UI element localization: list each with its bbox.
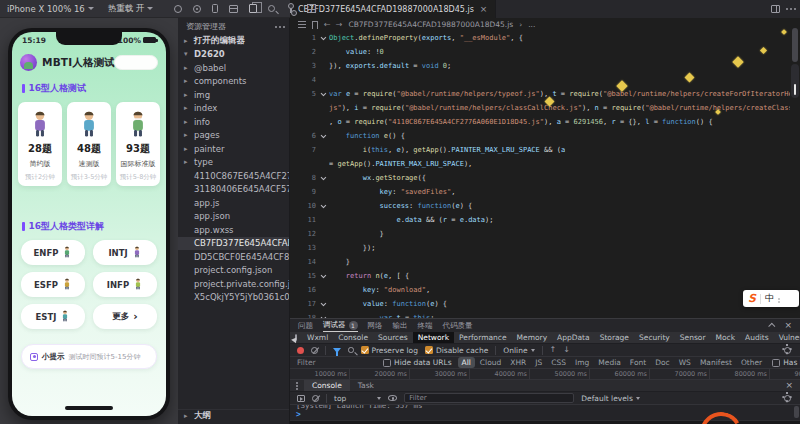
console-scrollbar[interactable] [794,406,799,418]
code-line[interactable]: 4 [290,73,790,87]
code-line[interactable]: 5var e = require("@babel/runtime/helpers… [290,87,790,101]
fold-chevron-icon[interactable] [316,311,329,318]
hot-reload-toggle[interactable]: 热重载 开 [101,0,161,17]
fold-chevron-icon[interactable] [316,297,329,311]
code-line[interactable]: 9 key: "savedFiles", [290,185,790,199]
code-line[interactable]: = getApp().PAINTER_MAX_LRU_SPACE), [290,157,790,171]
panel-tab[interactable]: 代码质量 [443,319,473,332]
outline-section[interactable]: ▸ 大纲 [178,409,289,423]
tree-file[interactable]: X5cQkjY5Y5jYb0361c0... [178,291,289,305]
panel-tab[interactable]: 网络 [368,319,383,332]
code-line[interactable]: 18 var t = this; [290,311,790,318]
devtools-tab-storage[interactable]: Storage [595,332,634,343]
code-line[interactable]: 1Object.defineProperty(exports, "__esMod… [290,31,790,45]
scrollbar-thumb[interactable] [792,28,798,62]
close-drawer-icon[interactable]: × [785,381,793,390]
tree-file[interactable]: CB7FD377E645A4CFAD... [178,237,289,251]
tree-folder[interactable]: ▸components [178,75,289,89]
project-root[interactable]: ▾D2620 [178,48,289,62]
import-har-icon[interactable]: ↑ [550,346,557,354]
inspect-element-icon[interactable] [295,334,297,341]
tree-folder[interactable]: ▸@babel [178,61,289,75]
tree-file[interactable]: app.js [178,196,289,210]
open-editors-section[interactable]: ▸打开的编辑器 [178,34,289,48]
split-editor-icon[interactable] [771,5,780,13]
fold-chevron-icon[interactable] [316,269,329,283]
devtools-tab-console[interactable]: Console [333,332,373,343]
live-expression-icon[interactable] [388,395,397,401]
request-type-pill-cloud[interactable]: Cloud [476,357,505,368]
code-line[interactable]: 11 e.data && (r = e.data); [290,213,790,227]
drawer-tab-console[interactable]: Console [304,380,350,391]
tree-folder[interactable]: ▸painter [178,142,289,156]
nav-forward-icon[interactable]: → [336,20,343,29]
code-line[interactable]: 17 value: function(e) { [290,297,790,311]
request-type-pill-other[interactable]: Other [737,357,766,368]
test-card[interactable]: 48题速测版预计3-5分钟 [67,102,111,186]
devtools-tab-memory[interactable]: Memory [512,332,553,343]
drawer-more-icon[interactable] [296,385,298,387]
test-card[interactable]: 28题简约版预计2分钟 [18,102,62,186]
tree-file[interactable]: app.wxss [178,223,289,237]
extensions-icon[interactable] [307,4,316,13]
devtools-tab-security[interactable]: Security [634,332,675,343]
network-filter-input[interactable] [297,358,377,367]
console-context-icon[interactable] [297,395,305,402]
devtools-tab-mock[interactable]: Mock [711,332,741,343]
editor-scrollbar[interactable] [790,18,800,318]
record-screen-icon[interactable] [193,5,201,13]
code-line[interactable]: 2 value: !0 [290,45,790,59]
avatar[interactable] [20,54,37,71]
code-line[interactable]: 14 } [290,255,790,269]
code-line[interactable]: 16 key: "download", [290,283,790,297]
breadcrumb-more[interactable]: ... [528,20,535,29]
clear-network-icon[interactable] [311,347,318,354]
request-type-pill-manifest[interactable]: Manifest [696,357,736,368]
nav-back-icon[interactable]: ← [324,20,331,29]
device-frame-icon[interactable] [212,4,218,13]
tree-folder[interactable]: ▸pages [178,129,289,143]
tree-file[interactable]: project.config.json [178,264,289,278]
type-button-estj[interactable]: ESTJ [21,304,85,329]
request-type-pill-xhr[interactable]: XHR [506,357,530,368]
close-icon[interactable]: × [480,4,488,14]
tree-folder[interactable]: ▸index [178,102,289,116]
devtools-tab-vulnerability[interactable]: Vulnerability [774,332,800,343]
breadcrumb-file[interactable]: CB7FD377E645A4CFAD19887000A18D45.js [348,20,513,29]
outline-list-icon[interactable] [298,24,306,25]
devtools-tab-sources[interactable]: Sources [373,332,413,343]
devtools-tab-audits[interactable]: Audits [740,332,774,343]
git-branch-icon[interactable] [290,4,291,13]
collapse-panel-icon[interactable] [769,323,776,330]
hide-data-urls-checkbox[interactable]: Hide data URLs [383,358,452,367]
panel-tab[interactable]: 调试器1 [323,319,358,332]
type-button-intj[interactable]: INTJ [93,240,157,265]
request-type-pill-css[interactable]: CSS [547,357,570,368]
request-type-pill-all[interactable]: All [458,357,475,368]
editor-tab[interactable]: CB7FD377E645A4CFAD19887000A18D45.js × [290,0,496,18]
devtools-tab-network[interactable]: Network [413,332,454,343]
wechat-capsule-button[interactable] [114,55,158,70]
tree-folder[interactable]: ▸info [178,115,289,129]
code-line[interactable]: 7 i(this, e), getApp().PAINTER_MAX_LRU_S… [290,143,790,157]
code-line[interactable]: 12 } [290,227,790,241]
request-type-pill-media[interactable]: Media [594,357,625,368]
code-line[interactable]: 13 }); [290,241,790,255]
search-icon[interactable] [268,5,275,12]
request-type-pill-js[interactable]: JS [531,357,546,368]
devtools-tab-sensor[interactable]: Sensor [675,332,711,343]
devtools-tab-wxml[interactable]: Wxml [302,332,333,343]
clear-console-icon[interactable] [312,395,319,402]
console-filter-input[interactable] [404,393,574,403]
more-actions-icon[interactable] [279,26,281,28]
type-button-esfp[interactable]: ESFP [21,272,85,297]
panel-tab[interactable]: 终端 [418,319,433,332]
fold-chevron-icon[interactable] [316,171,329,185]
fold-chevron-icon[interactable] [316,87,329,101]
files-icon[interactable] [249,4,257,13]
fold-chevron-icon[interactable] [316,31,329,45]
ime-menu-icon[interactable] [778,298,780,300]
code-line[interactable]: 6 function e() { [290,129,790,143]
blocked-cookies-checkbox[interactable]: Has blocked cookies [772,358,800,367]
type-button-enfp[interactable]: ENFP [21,240,85,265]
